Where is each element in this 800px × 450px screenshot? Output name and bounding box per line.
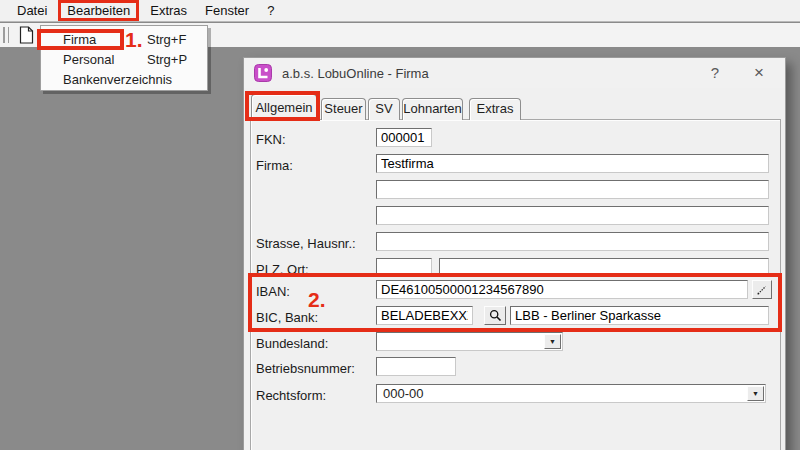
toolbar-grip[interactable] (3, 27, 5, 43)
chevron-down-icon[interactable]: ▼ (544, 334, 561, 349)
dialog-title: a.b.s. LobuOnline - Firma (282, 66, 429, 81)
rechtsform-label: Rechtsform: (256, 388, 374, 403)
strasse-input[interactable] (376, 232, 769, 251)
menu-entry-bankenverzeichnis[interactable]: Bankenverzeichnis (41, 69, 207, 89)
magnifier-icon (489, 309, 502, 322)
menu-entry-label: Bankenverzeichnis (63, 72, 172, 87)
annotation-step-2: 2. (308, 288, 326, 312)
app-window: Datei Bearbeiten Extras Fenster ? Firma … (0, 0, 800, 450)
plz-input[interactable] (376, 258, 432, 277)
toolbar-separator (8, 27, 9, 43)
menu-item-help[interactable]: ? (258, 1, 283, 20)
ort-input[interactable] (439, 258, 769, 277)
menu-entry-label: Personal (63, 52, 147, 67)
dialog-close-button[interactable]: × (747, 62, 771, 84)
firma-label: Firma: (256, 158, 374, 173)
new-document-button[interactable] (15, 25, 37, 45)
menu-bar: Datei Bearbeiten Extras Fenster ? (0, 0, 800, 22)
iban-input[interactable] (376, 280, 748, 299)
iban-edit-button[interactable] (752, 280, 772, 299)
menu-item-extras[interactable]: Extras (141, 1, 196, 20)
chevron-down-icon[interactable]: ▼ (747, 386, 764, 401)
strasse-label: Strasse, Hausnr.: (256, 236, 374, 251)
rechtsform-value: 000-00 (383, 386, 423, 402)
tab-lohnarten[interactable]: Lohnarten (402, 98, 463, 120)
menu-item-bearbeiten[interactable]: Bearbeiten (58, 0, 139, 21)
bank-name-input[interactable] (510, 306, 769, 325)
bic-bank-label: BIC, Bank: (256, 310, 374, 325)
menu-entry-personal[interactable]: Personal Strg+P (41, 49, 207, 69)
rechtsform-select[interactable]: 000-00 ▼ (376, 384, 766, 403)
dialog-help-button[interactable]: ? (703, 62, 727, 84)
firma-input[interactable] (376, 154, 769, 173)
fkn-label: FKN: (256, 132, 374, 147)
menu-entry-shortcut: Strg+P (147, 52, 197, 67)
tab-allgemein[interactable]: Allgemein (251, 94, 317, 121)
dialog-titlebar[interactable]: a.b.s. LobuOnline - Firma ? × (244, 58, 785, 88)
lobuonline-app-icon (254, 64, 272, 82)
edit-menu-dropdown: Firma Strg+F Personal Strg+P Bankenverze… (40, 25, 208, 91)
menu-entry-firma[interactable]: Firma Strg+F (41, 29, 207, 49)
new-document-icon (19, 26, 34, 44)
firma-line2-input[interactable] (376, 180, 769, 199)
bic-search-button[interactable] (484, 306, 506, 325)
bic-input[interactable] (376, 306, 473, 325)
tab-extras[interactable]: Extras (469, 98, 521, 120)
betriebsnummer-label: Betriebsnummer: (256, 361, 374, 376)
tab-steuer[interactable]: Steuer (321, 98, 366, 120)
menu-entry-shortcut: Strg+F (147, 32, 197, 47)
annotation-step-1: 1. (125, 28, 143, 52)
tab-sv[interactable]: SV (368, 98, 400, 120)
menu-item-datei[interactable]: Datei (8, 1, 56, 20)
betriebsnummer-input[interactable] (376, 357, 456, 376)
menu-item-fenster[interactable]: Fenster (196, 1, 258, 20)
fkn-input[interactable] (376, 128, 432, 147)
firma-dialog: a.b.s. LobuOnline - Firma ? × Allgemein … (243, 57, 786, 450)
bundesland-select[interactable]: ▼ (376, 332, 563, 351)
bundesland-label: Bundesland: (256, 336, 374, 351)
pencil-icon (756, 284, 768, 296)
plz-ort-label: PLZ, Ort: (256, 262, 374, 277)
firma-line3-input[interactable] (376, 206, 769, 225)
